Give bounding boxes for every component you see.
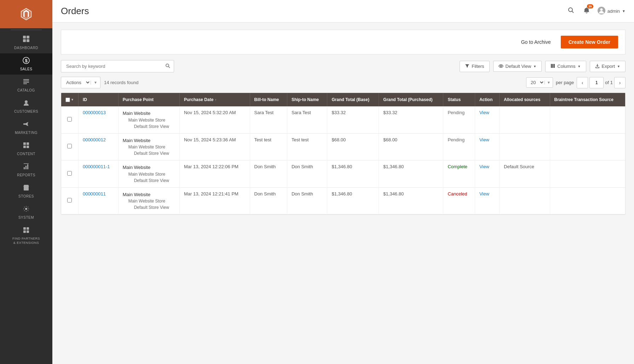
sidebar-item-dashboard[interactable]: DASHBOARD (0, 31, 52, 53)
row-allocated-sources (500, 133, 550, 160)
svg-point-26 (569, 8, 572, 12)
row-action[interactable]: View (475, 133, 499, 160)
th-purchase-date[interactable]: Purchase Date ↑ (179, 93, 250, 106)
export-label: Export (602, 64, 615, 69)
row-action[interactable]: View (475, 160, 499, 188)
svg-point-32 (500, 66, 501, 67)
row-view-link[interactable]: View (479, 137, 489, 142)
user-avatar-icon (598, 7, 605, 14)
actions-dropdown[interactable]: Actions ▼ (61, 77, 100, 88)
row-grand-total-purchased: $1,346.80 (379, 160, 443, 188)
table-body: 000000013 Main Website Main Website Stor… (61, 106, 625, 215)
sidebar-item-label-content: CONTENT (17, 152, 35, 156)
next-page-button[interactable]: › (614, 77, 626, 88)
th-braintree-label: Braintree Transaction Source (554, 97, 613, 102)
row-grand-total-base: $68.00 (327, 133, 379, 160)
row-checkbox-cell (61, 187, 78, 215)
row-id: 000000011-1 (78, 160, 118, 188)
actions-select[interactable]: Actions (61, 77, 91, 88)
columns-button[interactable]: Columns ▼ (545, 61, 586, 72)
search-input[interactable] (65, 60, 165, 72)
svg-point-29 (600, 8, 603, 11)
row-ship-to: Sara Test (287, 106, 327, 133)
go-to-archive-button[interactable]: Go to Archive (515, 36, 557, 48)
row-status: Canceled (443, 187, 475, 215)
reports-icon (23, 163, 30, 172)
filters-button[interactable]: Filters (460, 61, 489, 72)
row-grand-total-purchased: $1,346.80 (379, 187, 443, 215)
search-icon (568, 7, 574, 13)
search-button[interactable] (566, 6, 576, 17)
table-row: 000000013 Main Website Main Website Stor… (61, 106, 625, 133)
th-bill-to-label: Bill-to Name (254, 97, 279, 102)
svg-rect-20 (25, 188, 27, 190)
th-action: Action (475, 93, 499, 106)
row-id: 000000013 (78, 106, 118, 133)
row-bill-to: Don Smith (250, 160, 287, 188)
notifications-button[interactable]: 39 (582, 6, 591, 17)
svg-rect-25 (27, 230, 29, 233)
sidebar-item-customers[interactable]: CUSTOMERS (0, 96, 52, 117)
svg-rect-14 (23, 146, 26, 148)
sidebar-item-content[interactable]: CONTENT (0, 138, 52, 159)
row-action[interactable]: View (475, 187, 499, 215)
search-icon (165, 63, 170, 69)
row-bill-to: Test test (250, 133, 287, 160)
sidebar-item-system[interactable]: SYSTEM (0, 202, 52, 223)
row-bill-to: Don Smith (250, 187, 287, 215)
per-page-dropdown[interactable]: 20 (526, 78, 544, 87)
row-ship-to: Test test (287, 133, 327, 160)
view-dropdown-icon: ▼ (533, 65, 536, 68)
sidebar-item-label-system: SYSTEM (18, 216, 34, 219)
header-checkbox-arrow-icon[interactable]: ▼ (71, 98, 74, 101)
sidebar-item-extensions[interactable]: FIND PARTNERS& EXTENSIONS (0, 223, 52, 249)
sales-icon: $ (23, 57, 30, 66)
row-grand-total-purchased: $68.00 (379, 133, 443, 160)
svg-line-27 (572, 11, 574, 13)
page-number-input[interactable] (589, 77, 604, 88)
sidebar-item-reports[interactable]: REPORTS (0, 159, 52, 181)
orders-table-wrapper: ▼ ID Purchase Point Purchase Date ↑ (61, 93, 626, 215)
row-view-link[interactable]: View (479, 164, 489, 169)
sidebar-item-label-sales: SALES (20, 67, 33, 71)
row-status: Pending (443, 106, 475, 133)
row-view-link[interactable]: View (479, 110, 489, 115)
row-checkbox-cell (61, 160, 78, 188)
row-purchase-point: Main Website Main Website Store Default … (118, 187, 179, 215)
actions-right: 20 ▼ per page ‹ of 1 › (526, 77, 626, 88)
row-view-link[interactable]: View (479, 191, 489, 196)
svg-rect-22 (23, 227, 26, 230)
search-box (61, 60, 174, 72)
per-page-select[interactable]: 20 ▼ (526, 77, 553, 88)
row-purchase-point: Main Website Main Website Store Default … (118, 160, 179, 188)
svg-rect-17 (25, 166, 27, 169)
admin-dropdown-icon: ▼ (622, 9, 626, 13)
admin-user-menu[interactable]: admin ▼ (598, 7, 626, 16)
prev-page-button[interactable]: ‹ (577, 77, 588, 88)
sidebar-item-stores[interactable]: STORES (0, 181, 52, 202)
export-button[interactable]: Export ▼ (590, 61, 626, 72)
svg-text:$: $ (25, 58, 28, 63)
row-action[interactable]: View (475, 106, 499, 133)
select-all-checkbox[interactable] (65, 98, 70, 102)
main-content: Orders 39 admin ▼ (52, 0, 634, 364)
row-checkbox[interactable] (67, 198, 72, 202)
actions-dropdown-arrow-icon[interactable]: ▼ (91, 81, 100, 84)
row-checkbox[interactable] (67, 144, 72, 148)
eye-icon (498, 64, 503, 69)
row-grand-total-base: $1,346.80 (327, 160, 379, 188)
app-container: DASHBOARD $ SALES CATALOG CUSTOMERS MARK… (0, 0, 634, 364)
view-button[interactable]: Default View ▼ (493, 61, 542, 72)
sidebar-item-sales[interactable]: $ SALES (0, 53, 52, 75)
row-checkbox[interactable] (67, 117, 72, 122)
svg-rect-16 (24, 167, 25, 169)
th-status: Status (443, 93, 475, 106)
svg-rect-34 (552, 64, 553, 68)
row-checkbox[interactable] (67, 171, 72, 176)
sidebar-item-catalog[interactable]: CATALOG (0, 75, 52, 96)
sidebar-item-marketing[interactable]: MARKETING (0, 117, 52, 138)
th-grand-total-base: Grand Total (Base) (327, 93, 379, 106)
create-new-order-button[interactable]: Create New Order (561, 36, 618, 48)
per-page-dropdown-arrow-icon[interactable]: ▼ (544, 81, 553, 84)
th-purchase-date-sort[interactable]: Purchase Date ↑ (184, 97, 246, 102)
